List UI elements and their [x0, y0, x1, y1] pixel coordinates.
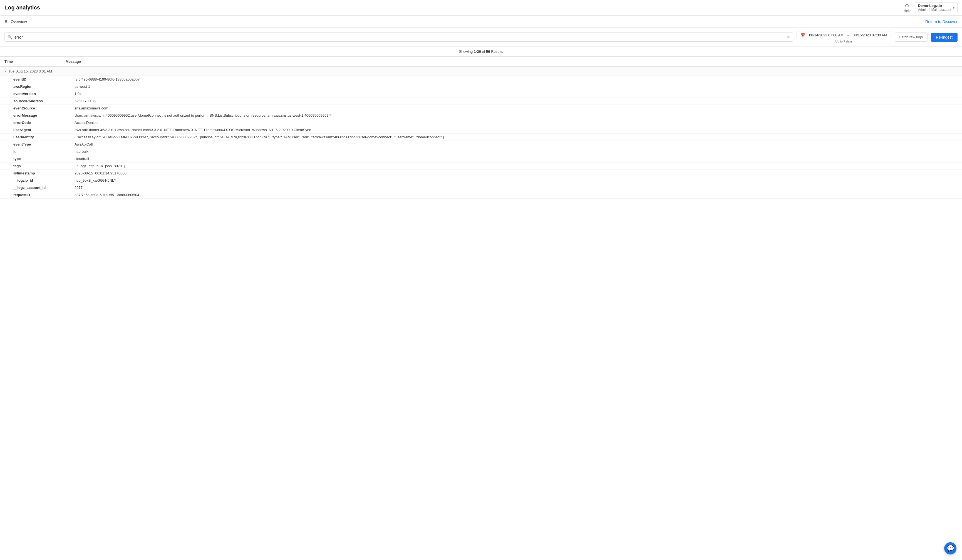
- col-message: Message: [61, 57, 962, 67]
- account-sub: Admin | Main account: [918, 8, 951, 12]
- field-value: { "accessKeyId": "AKIAIP77TMIAKRVPO3YA",…: [61, 134, 962, 141]
- table-header: Time Message: [0, 57, 962, 67]
- field-value: User: arn:aws:iam::406095609952:user/dom…: [61, 112, 962, 119]
- clear-icon[interactable]: ✕: [786, 34, 790, 40]
- log-group-row[interactable]: ▾ Tue, Aug 15, 2023 3:01 AM: [0, 67, 962, 76]
- field-value: aws-sdk-dotnet-45/3.3.0.1 aws-sdk-dotnet…: [61, 126, 962, 134]
- field-name: eventType: [0, 141, 61, 148]
- results-info: Showing 1-20 of 56 Results: [0, 47, 962, 57]
- field-value: 1.04: [61, 90, 962, 98]
- table-row: tags [ "_logz_http_bulk_json_8070" ]: [0, 163, 962, 170]
- account-name: Demo-Logz.io: [918, 3, 951, 8]
- date-range-wrap: 📅 08/14/2023 07:00 AM → 08/15/2023 07:30…: [797, 31, 891, 43]
- field-name: type: [0, 155, 61, 163]
- reingest-button[interactable]: Re-ingest: [931, 33, 957, 42]
- field-value: hqp_9okB_xwGGt-NJNLY: [61, 177, 962, 184]
- col-time: Time: [0, 57, 61, 67]
- account-info[interactable]: Demo-Logz.io Admin | Main account ▾: [915, 2, 957, 13]
- field-name: __logzio_id: [0, 177, 61, 184]
- field-name: userAgent: [0, 126, 61, 134]
- log-table: Time Message ▾ Tue, Aug 15, 2023 3:01 AM…: [0, 57, 962, 199]
- table-row: __logzio_id hqp_9okB_xwGGt-NJNLY: [0, 177, 962, 184]
- field-value: 52.90.70.136: [61, 98, 962, 105]
- field-value: a37f7d5a-cc0a-501a-ef51-3df800b06f04: [61, 191, 962, 199]
- results-suffix: Results: [490, 50, 503, 54]
- results-of: of: [481, 50, 486, 54]
- table-row: awsRegion us-west-1: [0, 83, 962, 90]
- tab-overview[interactable]: Overview: [11, 16, 27, 27]
- chevron-down-icon: ▾: [953, 6, 954, 10]
- table-row: eventType AwsApiCall: [0, 141, 962, 148]
- table-row: @timestamp 2023-08-15T00:01:14.951+0000: [0, 170, 962, 177]
- nav-left: ≡ Overview: [5, 16, 27, 27]
- group-toggle[interactable]: ▾ Tue, Aug 15, 2023 3:01 AM: [5, 69, 957, 73]
- date-range-picker[interactable]: 📅 08/14/2023 07:00 AM → 08/15/2023 07:30…: [797, 31, 891, 39]
- search-icon: 🔍: [8, 35, 12, 39]
- field-value: AwsApiCall: [61, 141, 962, 148]
- date-to: 08/15/2023 07:30 AM: [853, 33, 887, 37]
- top-header: Log analytics ⚙ Help Demo-Logz.io Admin …: [0, 0, 962, 16]
- fetch-raw-logs-button[interactable]: Fetch raw logs: [895, 32, 928, 42]
- return-to-discover-button[interactable]: Return to Discover: [925, 19, 957, 24]
- field-value: sns.amazonaws.com: [61, 105, 962, 112]
- table-row: __logz_account_id 2977: [0, 184, 962, 191]
- field-value: cloudtrail: [61, 155, 962, 163]
- header-right: ⚙ Help Demo-Logz.io Admin | Main account…: [904, 2, 957, 13]
- group-date: Tue, Aug 15, 2023 3:01 AM: [8, 69, 52, 73]
- field-name: awsRegion: [0, 83, 61, 90]
- table-row: eventVersion 1.04: [0, 90, 962, 98]
- table-row: sourceIPAddress 52.90.70.136: [0, 98, 962, 105]
- field-name: it: [0, 148, 61, 155]
- field-value: 2023-08-15T00:01:14.951+0000: [61, 170, 962, 177]
- field-name: __logz_account_id: [0, 184, 61, 191]
- field-value: [ "_logz_http_bulk_json_8070" ]: [61, 163, 962, 170]
- field-value: us-west-1: [61, 83, 962, 90]
- date-from: 08/14/2023 07:00 AM: [809, 33, 844, 37]
- table-row: eventID f8f6f496-6888-4199-80f6-18865a00…: [0, 76, 962, 83]
- help-icon: ⚙: [905, 3, 909, 9]
- search-input-wrap[interactable]: 🔍 ✕: [5, 32, 793, 42]
- table-row: eventSource sns.amazonaws.com: [0, 105, 962, 112]
- table-row: it http-bulk: [0, 148, 962, 155]
- field-name: eventID: [0, 76, 61, 83]
- field-name: eventVersion: [0, 90, 61, 98]
- table-row: userIdentity { "accessKeyId": "AKIAIP77T…: [0, 134, 962, 141]
- field-name: userIdentity: [0, 134, 61, 141]
- field-value: f8f6f496-6888-4199-80f6-18865a00a0b7: [61, 76, 962, 83]
- table-row: userAgent aws-sdk-dotnet-45/3.3.0.1 aws-…: [0, 126, 962, 134]
- app-title: Log analytics: [5, 5, 40, 11]
- results-total: 56: [486, 50, 490, 54]
- account-details: Demo-Logz.io Admin | Main account: [918, 3, 951, 12]
- table-row: requestID a37f7d5a-cc0a-501a-ef51-3df800…: [0, 191, 962, 199]
- table-row: errorCode AccessDenied: [0, 119, 962, 126]
- results-range: 1-20: [474, 50, 481, 54]
- calendar-icon: 📅: [801, 33, 805, 37]
- search-bar: 🔍 ✕ 📅 08/14/2023 07:00 AM → 08/15/2023 0…: [0, 28, 962, 47]
- date-sub-label: Up to 7 days: [797, 40, 891, 43]
- log-body: ▾ Tue, Aug 15, 2023 3:01 AM eventID f8f6…: [0, 67, 962, 199]
- field-name: eventSource: [0, 105, 61, 112]
- results-prefix: Showing: [459, 50, 473, 54]
- field-name: errorCode: [0, 119, 61, 126]
- field-name: requestID: [0, 191, 61, 199]
- field-value: http-bulk: [61, 148, 962, 155]
- field-value: 2977: [61, 184, 962, 191]
- field-name: sourceIPAddress: [0, 98, 61, 105]
- chevron-down-icon: ▾: [5, 69, 6, 73]
- help-label: Help: [904, 9, 910, 13]
- help-section[interactable]: ⚙ Help: [904, 3, 910, 13]
- nav-bar: ≡ Overview Return to Discover: [0, 16, 962, 28]
- field-name: errorMessage: [0, 112, 61, 119]
- field-value: AccessDenied: [61, 119, 962, 126]
- field-name: @timestamp: [0, 170, 61, 177]
- date-arrow-icon: →: [846, 33, 850, 37]
- hamburger-icon[interactable]: ≡: [5, 19, 8, 24]
- table-row: errorMessage User: arn:aws:iam::40609560…: [0, 112, 962, 119]
- table-row: type cloudtrail: [0, 155, 962, 163]
- search-input[interactable]: [15, 35, 784, 39]
- field-name: tags: [0, 163, 61, 170]
